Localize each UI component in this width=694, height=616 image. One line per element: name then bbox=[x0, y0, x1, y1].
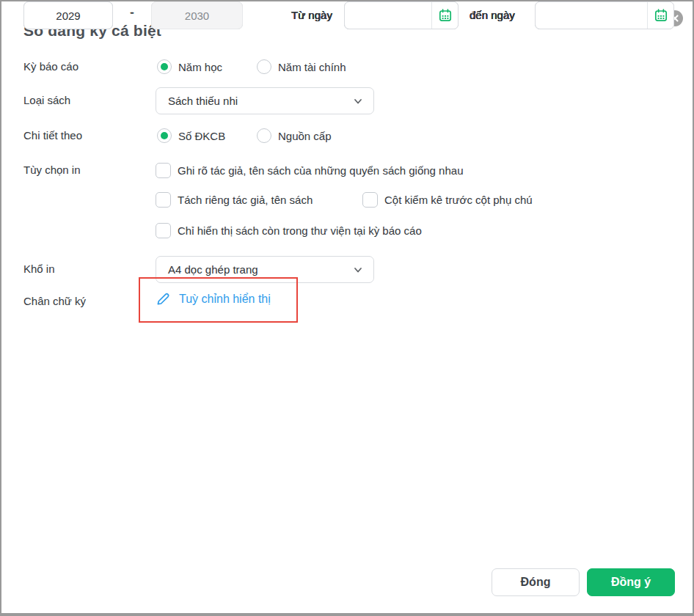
paper-size-value: A4 dọc ghép trang bbox=[168, 263, 353, 276]
checkbox-label: Cột kiểm kê trước cột phụ chú bbox=[384, 194, 533, 206]
checkbox-label: Chỉ hiển thị sách còn trong thư viện tại… bbox=[178, 224, 422, 237]
calendar-button[interactable] bbox=[431, 2, 458, 29]
radio-unselected-icon bbox=[257, 128, 271, 143]
customize-display-link[interactable]: Tuỳ chỉnh hiển thị bbox=[156, 291, 271, 307]
to-date-label: đến ngày bbox=[470, 9, 515, 21]
checkbox-label: Tách riêng tác giả, tên sách bbox=[178, 194, 313, 206]
to-year-input bbox=[151, 1, 243, 29]
book-type-value: Sách thiếu nhi bbox=[168, 95, 353, 107]
radio-nguon-cap-label: Nguồn cấp bbox=[278, 130, 332, 142]
radio-nam-tai-chinh-label: Năm tài chính bbox=[278, 61, 346, 73]
confirm-button[interactable]: Đồng ý bbox=[587, 568, 675, 596]
from-year-input[interactable] bbox=[23, 1, 113, 29]
from-date-input[interactable] bbox=[345, 2, 431, 29]
checkbox-chi-hien-thi-sach[interactable]: Chỉ hiển thị sách còn trong thư viện tại… bbox=[156, 222, 422, 238]
calendar-button[interactable] bbox=[647, 2, 673, 29]
pencil-icon bbox=[156, 291, 171, 307]
paper-size-select[interactable]: A4 dọc ghép trang bbox=[156, 256, 374, 283]
checkbox-cot-kiem-ke[interactable]: Cột kiểm kê trước cột phụ chú bbox=[362, 191, 533, 208]
from-date-label: Từ ngày bbox=[291, 9, 332, 21]
checkbox-unchecked-icon bbox=[362, 192, 378, 208]
calendar-icon bbox=[654, 8, 668, 23]
book-type-label: Loại sách bbox=[23, 94, 70, 107]
checkbox-unchecked-icon bbox=[156, 163, 171, 178]
to-date-input[interactable] bbox=[536, 2, 647, 29]
dialog-so-dang-ky-ca-biet: Sổ đăng ký cá biệt Kỳ báo cáo Năm học Nă… bbox=[0, 0, 694, 616]
radio-nam-tai-chinh[interactable]: Năm tài chính bbox=[257, 59, 346, 75]
detail-by-label: Chi tiết theo bbox=[23, 129, 82, 142]
paper-size-label: Khổ in bbox=[23, 263, 55, 276]
radio-so-dkcb-label: Số ĐKCB bbox=[178, 130, 225, 142]
radio-nguon-cap[interactable]: Nguồn cấp bbox=[257, 128, 332, 144]
radio-unselected-icon bbox=[257, 59, 271, 74]
checkbox-unchecked-icon bbox=[156, 223, 171, 238]
radio-so-dkcb[interactable]: Số ĐKCB bbox=[157, 128, 225, 144]
checkbox-ghi-ro-tac-gia[interactable]: Ghi rõ tác giả, tên sách của những quyển… bbox=[156, 162, 463, 178]
radio-selected-icon bbox=[157, 59, 172, 74]
close-dialog-button[interactable]: Đóng bbox=[492, 568, 580, 596]
chevron-down-icon bbox=[353, 265, 363, 275]
report-period-label: Kỳ báo cáo bbox=[23, 60, 78, 73]
radio-nam-hoc[interactable]: Năm học bbox=[157, 59, 222, 75]
year-range-dash: - bbox=[125, 6, 139, 19]
checkbox-label: Ghi rõ tác giả, tên sách của những quyển… bbox=[178, 164, 463, 177]
radio-selected-icon bbox=[157, 128, 172, 143]
customize-display-link-label: Tuỳ chỉnh hiển thị bbox=[179, 293, 271, 306]
period-row: - Từ ngày đến ngày bbox=[23, 1, 674, 29]
calendar-icon bbox=[438, 8, 453, 23]
signature-footer-label: Chân chữ ký bbox=[23, 295, 86, 308]
print-options-label: Tùy chọn in bbox=[23, 164, 81, 177]
chevron-down-icon bbox=[353, 96, 363, 106]
checkbox-unchecked-icon bbox=[156, 192, 171, 208]
to-date-field bbox=[535, 1, 674, 29]
from-date-field bbox=[344, 1, 459, 29]
radio-nam-hoc-label: Năm học bbox=[178, 61, 222, 73]
book-type-select[interactable]: Sách thiếu nhi bbox=[156, 87, 374, 114]
checkbox-tach-rieng-tac-gia[interactable]: Tách riêng tác giả, tên sách bbox=[156, 191, 313, 208]
